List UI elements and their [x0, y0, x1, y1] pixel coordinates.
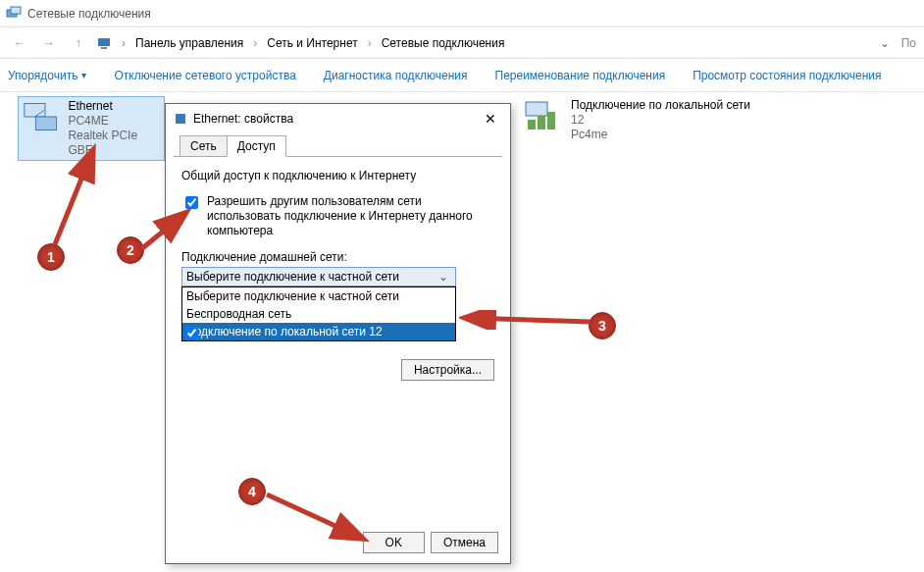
combo-selected-text: Выберите подключение к частной сети [186, 270, 436, 284]
svg-line-13 [141, 214, 184, 249]
ok-button[interactable]: OK [363, 532, 425, 553]
search-box-prefix[interactable]: По [901, 36, 916, 50]
svg-rect-11 [176, 114, 185, 124]
svg-rect-8 [528, 120, 536, 130]
annotation-marker-4: 4 [238, 478, 266, 505]
checkbox-secondary[interactable] [185, 308, 198, 321]
close-icon[interactable]: ✕ [479, 107, 502, 130]
chevron-right-icon: › [364, 36, 376, 50]
checkbox-allow-control[interactable] [185, 327, 198, 339]
ethernet-icon [174, 112, 187, 126]
tab-network[interactable]: Сеть [180, 135, 228, 157]
checkbox-allow-share-label: Разрешить другим пользователям сети испо… [207, 194, 494, 238]
combo-option[interactable]: Выберите подключение к частной сети [182, 287, 455, 305]
svg-rect-7 [526, 102, 547, 116]
dialog-footer: OK Отмена [363, 532, 498, 553]
combo-option-selected[interactable]: Подключение по локальной сети 12 [182, 323, 455, 340]
annotation-arrow-3 [459, 310, 596, 330]
toolbar-diagnose[interactable]: Диагностика подключения [324, 69, 468, 82]
window-title: Сетевые подключения [27, 7, 151, 21]
chevron-down-icon[interactable]: ⌄ [874, 36, 896, 50]
cancel-button[interactable]: Отмена [431, 532, 498, 553]
chevron-right-icon: › [118, 36, 129, 50]
svg-line-12 [55, 152, 92, 244]
chevron-right-icon: › [249, 36, 261, 50]
checkbox-allow-share[interactable]: Разрешить другим пользователям сети испо… [181, 194, 494, 238]
tab-row: Сеть Доступ [174, 133, 502, 157]
breadcrumb-item[interactable]: Сетевые подключения [382, 36, 505, 50]
svg-rect-2 [98, 38, 110, 46]
svg-line-15 [267, 494, 361, 538]
toolbar-rename[interactable]: Переименование подключения [495, 69, 666, 82]
chevron-down-icon[interactable]: ⌄ [436, 270, 451, 284]
home-network-combo[interactable]: Выберите подключение к частной сети ⌄ Вы… [181, 267, 494, 341]
connection-name: Ethernet [68, 99, 162, 114]
svg-rect-1 [11, 7, 21, 14]
nav-back-icon[interactable]: ← [8, 31, 31, 55]
svg-rect-9 [538, 116, 545, 130]
svg-rect-4 [25, 104, 45, 117]
tab-access[interactable]: Доступ [227, 135, 286, 157]
connection-lan[interactable]: Подключение по локальной сети 12 Pc4me [520, 96, 775, 144]
connection-name: Подключение по локальной сети [571, 98, 750, 113]
toolbar: Упорядочить▾ Отключение сетевого устройс… [0, 59, 924, 92]
toolbar-disable-device[interactable]: Отключение сетевого устройства [114, 69, 295, 82]
svg-rect-3 [101, 47, 107, 49]
connection-adapter: Pc4me [571, 128, 750, 142]
toolbar-status[interactable]: Просмотр состояния подключения [693, 69, 881, 82]
svg-rect-10 [547, 112, 555, 130]
annotation-arrow-2 [137, 206, 196, 255]
connection-net-name: 12 [571, 113, 750, 128]
nav-up-icon[interactable]: ↑ [67, 31, 90, 55]
dialog-body: Общий доступ к подключению к Интернету Р… [166, 157, 510, 392]
svg-rect-5 [35, 117, 56, 130]
network-folder-icon [6, 6, 22, 22]
group-label-ics: Общий доступ к подключению к Интернету [181, 169, 494, 182]
annotation-arrow-4 [263, 489, 371, 547]
breadcrumb-item[interactable]: Панель управления [135, 36, 243, 50]
home-network-label: Подключение домашней сети: [181, 250, 494, 264]
nav-bar: ← → ↑ › Панель управления › Сеть и Интер… [0, 27, 924, 59]
nav-forward-icon[interactable]: → [37, 31, 61, 55]
svg-line-14 [467, 318, 590, 322]
annotation-arrow-1 [49, 142, 108, 250]
configure-button[interactable]: Настройка... [401, 359, 494, 381]
network-adapter-icon [21, 99, 60, 134]
breadcrumb-item[interactable]: Сеть и Интернет [267, 36, 357, 50]
toolbar-organize[interactable]: Упорядочить▾ [8, 69, 86, 82]
window-titlebar: Сетевые подключения [0, 0, 924, 27]
dialog-title: Ethernet: свойства [193, 112, 479, 126]
dialog-titlebar: Ethernet: свойства ✕ [166, 104, 510, 133]
pc-icon [96, 35, 112, 51]
connection-net-name: PC4ME [68, 114, 162, 129]
network-adapter-icon [522, 98, 563, 133]
chevron-down-icon: ▾ [81, 70, 86, 80]
